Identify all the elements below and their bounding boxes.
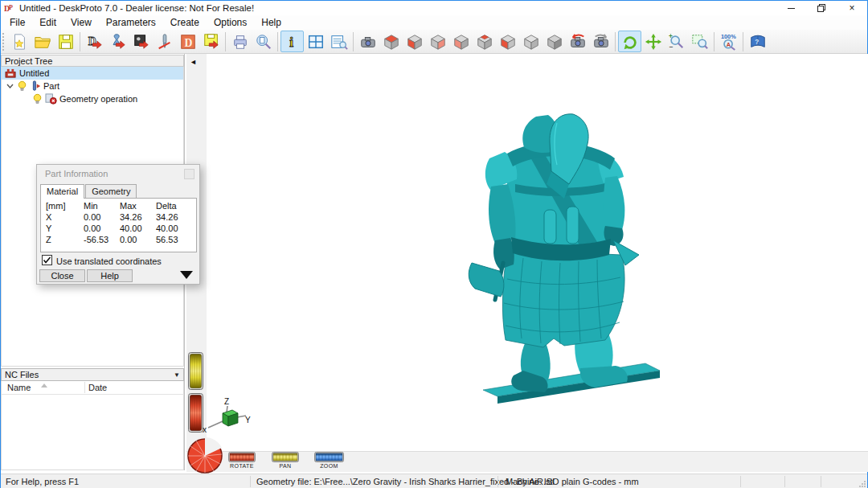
tree-item-untitled[interactable]: Untitled <box>2 67 183 80</box>
checkbox-label: Use translated coordinates <box>56 256 162 266</box>
tab-material[interactable]: Material <box>40 184 84 199</box>
dialog-title: Part Information <box>45 169 108 178</box>
axis-value: 40.00 <box>120 223 142 233</box>
window-title: Untitled - DeskProto 7.0 - Dealer licens… <box>19 3 254 13</box>
new-file-button[interactable] <box>7 31 31 52</box>
menu-parameters[interactable]: Parameters <box>99 16 163 29</box>
shark-warrior-model[interactable] <box>467 107 676 406</box>
visibility-bulb-icon[interactable] <box>17 80 27 92</box>
tree-item-label: Geometry operation <box>59 94 137 104</box>
pan-view-button[interactable] <box>641 31 665 52</box>
import-bitmap-button[interactable] <box>129 31 153 52</box>
minimize-button[interactable] <box>776 1 806 15</box>
print-button[interactable] <box>228 31 252 52</box>
view-cube-left-button[interactable] <box>449 31 473 52</box>
axis-value: 34.26 <box>120 212 142 222</box>
toolbar: DDi+−100%A? <box>1 30 867 54</box>
viewport-layout-button[interactable] <box>304 31 327 52</box>
operations-list-button[interactable] <box>327 31 350 52</box>
import-geometry-button[interactable]: D <box>83 31 106 52</box>
previous-view-camera-button[interactable] <box>566 31 589 52</box>
menu-file[interactable]: File <box>2 16 32 29</box>
part-info-button[interactable]: i <box>280 31 304 52</box>
import-bitmap-icon <box>133 33 150 51</box>
svg-text:i: i <box>289 34 293 50</box>
tree-expander-icon[interactable] <box>5 84 14 88</box>
close-dialog-button[interactable]: Close <box>39 269 85 282</box>
nc-files-header[interactable]: NC Files ▼ <box>1 368 184 381</box>
collapse-panel-icon[interactable]: ◄ <box>190 58 197 66</box>
tab-geometry[interactable]: Geometry <box>85 184 137 199</box>
column-header-max: Max <box>120 201 137 211</box>
import-drill-button[interactable] <box>153 31 176 52</box>
view-cube-shaded-button[interactable] <box>542 31 566 52</box>
rotation-dial-gauge <box>186 437 224 474</box>
deskproto-window: DP Untitled - DeskProto 7.0 - Dealer lic… <box>0 0 868 488</box>
save-nc-file-button[interactable] <box>199 31 223 52</box>
axis-triad: Z x Y <box>202 396 252 437</box>
tree-item-geometry-operation[interactable]: Geometry operation <box>2 92 183 105</box>
rotate-view-button[interactable] <box>618 31 641 52</box>
next-view-camera-button[interactable] <box>589 31 612 52</box>
print-preview-button[interactable] <box>252 31 275 52</box>
column-header-mm: [mm] <box>46 201 65 211</box>
menu-view[interactable]: View <box>63 16 99 29</box>
dialog-close-button[interactable] <box>184 169 194 179</box>
open-file-button[interactable] <box>31 31 54 52</box>
project-tree-title: Project Tree <box>5 56 52 66</box>
column-header-min: Min <box>84 201 98 211</box>
column-divider[interactable] <box>84 382 85 393</box>
close-button[interactable]: × <box>837 1 867 15</box>
menu-create[interactable]: Create <box>163 16 207 29</box>
view-cube-iso-button[interactable] <box>519 31 542 52</box>
view-cube-corner-icon <box>476 33 493 51</box>
help-book-button[interactable]: ? <box>746 31 769 52</box>
viewport-3d[interactable]: ◄ Z x Y <box>186 54 868 472</box>
view-cube-front-button[interactable] <box>403 31 426 52</box>
deskproto-part-icon: D <box>179 33 197 51</box>
print-icon <box>231 33 249 51</box>
view-cube-right-icon <box>429 33 447 51</box>
zoom-window-icon <box>691 33 709 51</box>
snapshot-camera-button[interactable] <box>356 31 379 52</box>
axis-value: 0.00 <box>120 235 137 244</box>
svg-text:−: − <box>669 43 673 51</box>
help-dialog-button[interactable]: Help <box>87 269 133 282</box>
visibility-bulb-icon[interactable] <box>32 93 43 105</box>
view-cube-side-button[interactable] <box>496 31 519 52</box>
svg-text:A: A <box>726 40 731 47</box>
view-cube-corner-button[interactable] <box>473 31 496 52</box>
zoom-100-percent-button[interactable]: 100%A <box>717 31 740 52</box>
part-icon <box>30 80 41 92</box>
view-cube-top-button[interactable] <box>379 31 403 52</box>
resize-grip[interactable] <box>858 480 866 488</box>
new-file-icon <box>10 33 28 51</box>
nc-files-dropdown-icon[interactable]: ▼ <box>174 371 180 379</box>
viewport-layout-icon <box>307 33 325 51</box>
menu-options[interactable]: Options <box>207 16 254 29</box>
menu-help[interactable]: Help <box>254 16 289 29</box>
view-cube-side-icon <box>499 33 517 51</box>
snapshot-camera-icon <box>359 33 377 51</box>
table-row: Z-56.530.0056.53 <box>41 235 196 246</box>
nc-column-date[interactable]: Date <box>88 383 107 392</box>
use-translated-coordinates-checkbox[interactable] <box>42 255 52 267</box>
nc-files-list[interactable] <box>1 395 184 470</box>
toolbar-grip[interactable] <box>2 33 6 51</box>
save-file-icon <box>57 33 75 51</box>
view-cube-iso-icon <box>522 33 540 51</box>
axis-x-label: x <box>203 425 207 434</box>
zoom-window-button[interactable] <box>688 31 711 52</box>
nc-column-name[interactable]: Name <box>7 383 31 392</box>
deskproto-part-button[interactable]: D <box>176 31 199 52</box>
tree-item-part[interactable]: Part <box>2 80 183 92</box>
restore-button[interactable] <box>806 1 837 15</box>
table-row: X0.0034.2634.26 <box>41 212 196 223</box>
view-cube-right-button[interactable] <box>426 31 449 52</box>
import-tool-button[interactable] <box>106 31 129 52</box>
zoom-view-button[interactable]: +− <box>665 31 688 52</box>
expand-dialog-icon[interactable] <box>180 271 193 279</box>
tree-item-label: Untitled <box>19 68 49 78</box>
menu-edit[interactable]: Edit <box>32 16 63 29</box>
save-file-button[interactable] <box>54 31 77 52</box>
